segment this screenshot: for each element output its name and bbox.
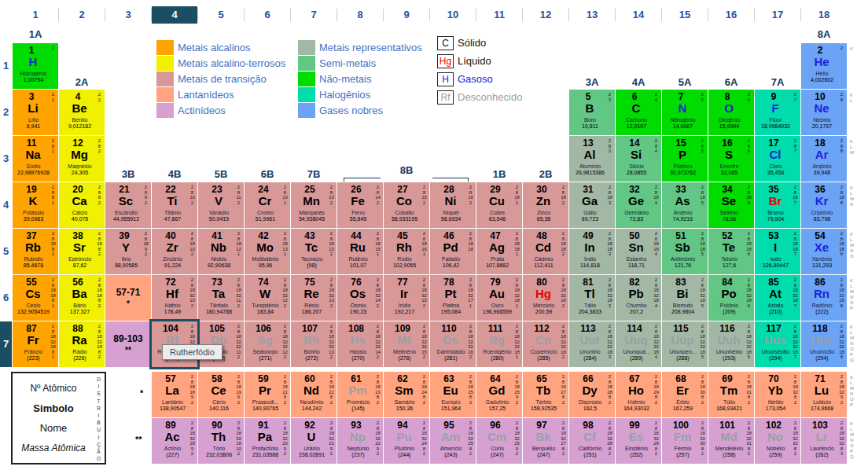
element-cell-Mt[interactable]: 10928183232152MtMeitnério(276): [384, 321, 429, 367]
element-cell-Mn[interactable]: 2528132MnManganês54,938045: [291, 182, 337, 228]
placeholder-cell-89-103[interactable]: 89-103**: [105, 321, 151, 367]
element-cell-No[interactable]: 1022818323282NoNobélio(259): [755, 418, 800, 464]
row-label-6[interactable]: 6: [0, 275, 12, 321]
element-cell-Tl[interactable]: 81281832183TlTálio204,3833: [569, 275, 615, 321]
element-cell-Uut[interactable]: 11328183232183UutUnuntrio(284): [569, 321, 615, 367]
element-cell-Po[interactable]: 84281832186PoPolônio(209): [708, 275, 754, 321]
element-cell-Hf[interactable]: 72281832102HfHáfnio178,49: [152, 275, 197, 321]
column-header-6[interactable]: 6: [245, 6, 290, 24]
element-cell-Hs[interactable]: 10828183232142HsHássio(270): [337, 321, 383, 367]
element-cell-Au[interactable]: 79281832181AuOuro196,966569: [476, 275, 522, 321]
element-cell-Se[interactable]: 3428186SeSelênio78,96: [708, 182, 754, 228]
element-cell-Nd[interactable]: 6028182282NdNeodímio144,242: [291, 372, 337, 417]
element-cell-Fe[interactable]: 2628142FeFerro55,845: [337, 182, 383, 228]
element-cell-Yb[interactable]: 7028183282YbItérbio173,054: [755, 372, 800, 417]
column-header-14[interactable]: 14: [616, 6, 661, 24]
element-cell-Xe[interactable]: 542818188XeXenônio131,293: [801, 229, 847, 274]
element-cell-Tb[interactable]: 6528182782TbTérbio158,92535: [523, 372, 568, 417]
column-header-12[interactable]: 12: [523, 6, 568, 24]
column-header-1[interactable]: 1: [13, 6, 58, 24]
element-cell-Np[interactable]: 932818322292NpNeptúnio(237): [337, 418, 383, 464]
element-cell-V[interactable]: 2328112VVanádio50,9415: [198, 182, 244, 228]
element-cell-Ta[interactable]: 73281832112TaTântalo180,94788: [198, 275, 244, 321]
row-label-5[interactable]: 5: [0, 229, 12, 274]
element-cell-Ge[interactable]: 3228184GeGermânio72,63: [616, 182, 661, 228]
element-cell-H[interactable]: 11HHidrogênio1,00794: [13, 43, 58, 89]
element-cell-He[interactable]: 22HeHélio4,002602: [801, 43, 847, 89]
element-cell-Ag[interactable]: 472818181AgPrata107,8682: [476, 229, 522, 274]
element-cell-Bk[interactable]: 972818322782BkBerquélio(247): [523, 418, 568, 464]
element-cell-Es[interactable]: 992818322982EsEinstênio(252): [616, 418, 661, 464]
element-cell-Uus[interactable]: 11728183232187UusUnunséptio(294): [755, 321, 800, 367]
element-cell-U[interactable]: 922818322192UUrânio238,02891: [291, 418, 337, 464]
column-header-5[interactable]: 5: [198, 6, 244, 24]
element-cell-Br[interactable]: 3528187BrBromo79,904: [755, 182, 800, 228]
element-cell-Ga[interactable]: 3128183GaGálio69,723: [569, 182, 615, 228]
element-cell-Bi[interactable]: 83281832185BiBismuto208,9804: [662, 275, 708, 321]
element-cell-Eu[interactable]: 6328182582EuEurópio151,964: [430, 372, 476, 417]
element-cell-In[interactable]: 492818183InÍndio114,818: [569, 229, 615, 274]
element-cell-Cu[interactable]: 2928181CuCobre63,546: [476, 182, 522, 228]
element-cell-Sg[interactable]: 10628183232122SgSeabórgio(271): [245, 321, 290, 367]
element-cell-C[interactable]: 624CCarbono12,0107: [616, 90, 661, 135]
element-cell-Rn[interactable]: 86281832188RnRadônio(222): [801, 275, 847, 321]
element-cell-At[interactable]: 85281832187AtAstato(210): [755, 275, 800, 321]
element-cell-Er[interactable]: 6828183082ErÉrbio167,259: [662, 372, 708, 417]
element-cell-Rb[interactable]: 37281881RbRubídio85,4678: [13, 229, 58, 274]
element-cell-La[interactable]: 5728181892LaLantânio138,90547: [152, 372, 197, 417]
element-cell-Fm[interactable]: 1002818323082FmFérmio(257): [662, 418, 708, 464]
element-cell-Dy[interactable]: 6628182882DyDisprósio162,5: [569, 372, 615, 417]
element-cell-Lu[interactable]: 7128183292LuLutécio174,9668: [801, 372, 847, 417]
column-header-11[interactable]: 11: [476, 6, 522, 24]
column-header-16[interactable]: 16: [708, 6, 754, 24]
element-cell-O[interactable]: 826OOxigênio15,9994: [708, 90, 754, 135]
element-cell-Kr[interactable]: 3628188KrCriptônio83,798: [801, 182, 847, 228]
element-cell-W[interactable]: 74281832122WTungstênio183,84: [245, 275, 290, 321]
element-cell-Sc[interactable]: 212892ScEscândio44,955912: [105, 182, 151, 228]
element-cell-Sn[interactable]: 502818184SnEstanho118,71: [616, 229, 661, 274]
element-cell-Lr[interactable]: 1032818323283LrLaurêncio(262): [801, 418, 847, 464]
element-cell-P[interactable]: 15285PFósforo30,973762: [662, 136, 708, 182]
element-cell-Na[interactable]: 11281NaSódio22,98976928: [13, 136, 58, 182]
element-cell-Ac[interactable]: 892818321892AcActínio(227): [152, 418, 197, 464]
element-cell-Md[interactable]: 1012818323182MdMendelévio(258): [708, 418, 754, 464]
element-cell-Ba[interactable]: 5628181882BaBário137,327: [59, 275, 105, 321]
element-cell-Cn[interactable]: 11228183232182CnCopernício(285): [523, 321, 568, 367]
element-cell-Cf[interactable]: 982818322882CfCalifórnio(251): [569, 418, 615, 464]
element-cell-Cd[interactable]: 482818182CdCádmio112,411: [523, 229, 568, 274]
element-cell-Uup[interactable]: 11528183232185UupUnunpen...(288): [662, 321, 708, 367]
element-cell-Rh[interactable]: 452818161RhRódio102,9055: [384, 229, 429, 274]
element-cell-N[interactable]: 725NNitrogênio14,0067: [662, 90, 708, 135]
row-label-4[interactable]: 4: [0, 182, 12, 228]
element-cell-Be[interactable]: 422BeBerílio9,012182: [59, 90, 105, 135]
element-cell-Ce[interactable]: 5828181992CeCério140,116: [198, 372, 244, 417]
element-cell-Ne[interactable]: 1028NeNeônio20,1797: [801, 90, 847, 135]
column-header-9[interactable]: 9: [384, 6, 429, 24]
column-header-8[interactable]: 8: [337, 6, 383, 24]
column-header-15[interactable]: 15: [662, 6, 708, 24]
element-cell-Mo[interactable]: 422818131MoMolibdênio95,96: [245, 229, 290, 274]
column-header-4[interactable]: 4: [152, 6, 197, 24]
element-cell-Ca[interactable]: 202882CaCálcio40,078: [59, 182, 105, 228]
element-cell-Cs[interactable]: 5528181881CsCésio132,9054519: [13, 275, 58, 321]
element-cell-Li[interactable]: 321LiLítio6,941: [13, 90, 58, 135]
element-cell-Uuo[interactable]: 11828183232188UuoUnunóctio(294): [801, 321, 847, 367]
element-cell-Nb[interactable]: 412818121NbNióbio92,90638: [198, 229, 244, 274]
element-cell-Bh[interactable]: 10728183232132BhBóhrio(272): [291, 321, 337, 367]
element-cell-Mg[interactable]: 12282MgMagnésio24,305: [59, 136, 105, 182]
column-header-10[interactable]: 10: [430, 6, 476, 24]
row-label-2[interactable]: 2: [0, 90, 12, 135]
element-cell-Sb[interactable]: 512818185SbAntimônio121,76: [662, 229, 708, 274]
element-cell-Cm[interactable]: 962818322592CmCúrio(247): [476, 418, 522, 464]
element-cell-Pr[interactable]: 5928182182PrPraseodi...140,90765: [245, 372, 290, 417]
placeholder-cell-57-71[interactable]: 57-71*: [105, 275, 151, 321]
element-cell-Tm[interactable]: 6928183182TmTúlio168,93421: [708, 372, 754, 417]
element-cell-Re[interactable]: 75281832132ReRênio186,207: [291, 275, 337, 321]
column-header-13[interactable]: 13: [569, 6, 615, 24]
element-cell-As[interactable]: 3328185AsArsênio74,9216: [662, 182, 708, 228]
element-cell-I[interactable]: 532818187IIodo126,90447: [755, 229, 800, 274]
element-cell-Pu[interactable]: 942818322482PuPlutônio(244): [384, 418, 429, 464]
element-cell-Ti[interactable]: 2228102TiTitânio47,867: [152, 182, 197, 228]
column-header-18[interactable]: 18: [801, 6, 847, 24]
element-cell-Ar[interactable]: 18288ArArgônio39,948: [801, 136, 847, 182]
